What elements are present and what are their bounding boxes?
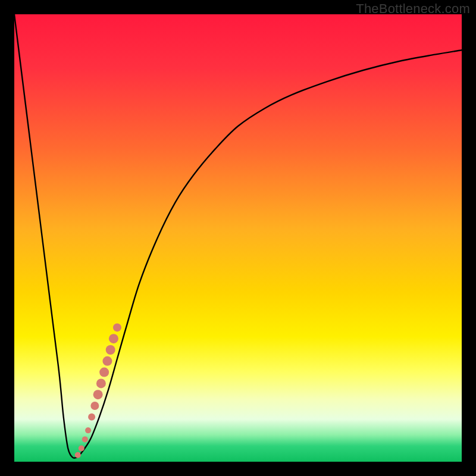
- attribution-text: TheBottleneck.com: [356, 1, 470, 17]
- chart-plot-area: [14, 14, 462, 462]
- chart-svg: [14, 14, 462, 462]
- highlight-dot: [96, 378, 106, 388]
- highlight-dot: [75, 452, 81, 458]
- highlight-dot: [99, 368, 109, 377]
- chart-frame: TheBottleneck.com: [0, 0, 476, 476]
- highlight-dot: [113, 323, 121, 331]
- chart-background: [14, 14, 462, 462]
- highlight-dot: [102, 356, 112, 366]
- highlight-dot: [85, 427, 91, 433]
- highlight-dot: [109, 334, 118, 343]
- highlight-dot: [88, 414, 95, 421]
- highlight-dot: [82, 436, 88, 442]
- highlight-dot: [93, 390, 103, 399]
- highlight-dot: [90, 402, 99, 410]
- highlight-dot: [79, 445, 84, 451]
- highlight-dot: [106, 345, 115, 355]
